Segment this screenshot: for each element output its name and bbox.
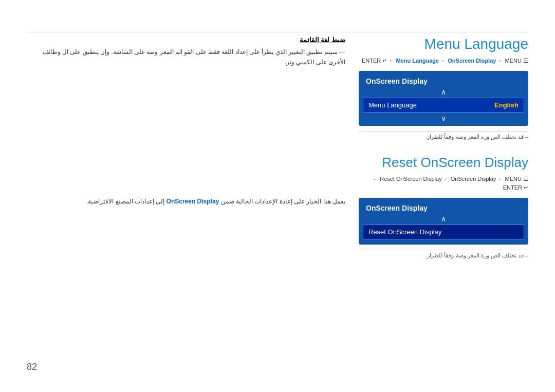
section2-title: Reset OnScreen Display (359, 155, 528, 171)
top-divider (27, 32, 528, 32)
arabic-body-2: يعمل هذا الخيار على إعادة الإعدادات الحا… (27, 196, 345, 207)
osd-row-reset-label: Reset OnScreen Display (368, 228, 441, 236)
bc2-arrow2: ← (443, 176, 451, 182)
arabic-section-2: يعمل هذا الخيار على إعادة الإعدادات الحا… (27, 196, 345, 207)
left-panel: ضبط لغة القائمة — سيتم تطبيق التغيير الذ… (27, 36, 345, 207)
bc2-arrow3: ← (497, 176, 505, 182)
bc2-menu: MENU ☰ (505, 176, 528, 182)
chevron-up-icon-2: ∧ (359, 215, 528, 222)
section2-breadcrumb: ← Reset OnScreen Display ← OnScreen Disp… (359, 175, 528, 193)
arabic-section-1: ضبط لغة القائمة — سيتم تطبيق التغيير الذ… (27, 36, 345, 68)
bc-arrow1: ← (388, 58, 396, 64)
bc2-reset-onscreen: Reset OnScreen Display (380, 176, 441, 182)
chevron-up-icon-1: ∧ (359, 88, 528, 96)
divider-2 (359, 250, 528, 250)
bc2-arrow1: ← (373, 176, 380, 182)
arabic-title-1: ضبط لغة القائمة (27, 36, 345, 44)
osd-row-reset: Reset OnScreen Display (363, 225, 524, 239)
footnote-2: – قد تختلف الص ورة المعر وضة وفقاً للطرا… (359, 252, 528, 259)
arabic-text-after: إلى إعدادات المصنع الافتراضية. (86, 198, 164, 205)
osd-row-menu-language: Menu Language English (363, 98, 524, 113)
bc-onscreen-display: OnScreen Display (448, 58, 496, 64)
section1-breadcrumb: ENTER ↵ ← Menu Language ← OnScreen Displ… (359, 57, 528, 66)
right-panel: Menu Language ENTER ↵ ← Menu Language ← … (359, 36, 528, 259)
arabic-body-1: — سيتم تطبيق التغيير الذي يطرأ على إعداد… (27, 47, 345, 68)
bc-menu: MENU ☰ (505, 58, 528, 64)
osd-title-2: OnScreen Display (359, 202, 528, 215)
bc2-enter: ENTER ↵ (503, 184, 528, 191)
bc-arrow2: ← (440, 58, 448, 64)
osd-row-value-1: English (494, 101, 519, 109)
osd-title-1: OnScreen Display (359, 75, 528, 88)
osd-box-1: OnScreen Display ∧ Menu Language English… (359, 71, 528, 126)
divider-1 (359, 131, 528, 132)
footnote-1: – قد تختلف الص ورة المعر وضة وفقاً للطرا… (359, 134, 528, 140)
bc-enter: ENTER (362, 58, 382, 64)
bc-enter-icon: ↵ (382, 58, 387, 64)
bc-arrow3: ← (497, 58, 505, 64)
arabic-text-before: يعمل هذا الخيار على إعادة الإعدادات الحا… (221, 198, 345, 205)
osd-row-label-1: Menu Language (368, 101, 417, 109)
arabic-highlight: OnScreen Display (166, 198, 219, 205)
page-number: 82 (27, 362, 37, 372)
chevron-down-icon-1: ∨ (359, 115, 528, 122)
bc-menu-language: Menu Language (396, 58, 439, 64)
bc2-onscreen-display: OnScreen Display (451, 176, 496, 182)
osd-box-2: OnScreen Display ∧ Reset OnScreen Displa… (359, 198, 528, 245)
section1-title: Menu Language (359, 36, 528, 52)
section-2: Reset OnScreen Display ← Reset OnScreen … (359, 155, 528, 259)
